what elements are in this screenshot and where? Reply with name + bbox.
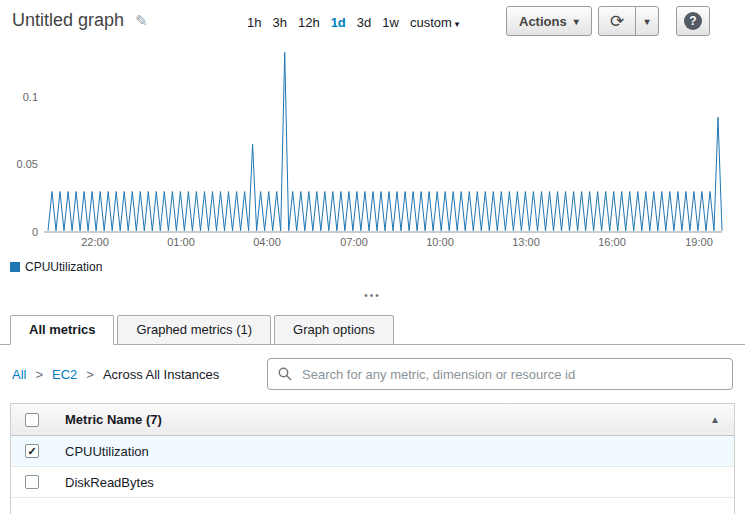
refresh-button[interactable]: ⟳ [598, 6, 636, 36]
breadcrumb-across-all-instances: Across All Instances [103, 367, 219, 382]
help-button[interactable]: ? [676, 6, 710, 36]
select-all-checkbox[interactable] [25, 413, 39, 427]
time-range-custom[interactable]: custom▾ [410, 15, 459, 30]
search-icon [278, 367, 292, 381]
refresh-options-button[interactable]: ▾ [635, 6, 659, 36]
graph-header: Untitled graph ✎ 1h 3h 12h 1d 3d 1w cust… [0, 0, 745, 44]
time-range-1h[interactable]: 1h [247, 15, 261, 30]
drag-grip-icon: ••• [364, 291, 381, 301]
chevron-down-icon: ▾ [574, 16, 579, 27]
check-icon: ✓ [27, 446, 36, 457]
refresh-icon: ⟳ [610, 11, 624, 32]
chevron-down-icon: ▾ [455, 19, 460, 29]
y-axis-tick: 0 [0, 225, 38, 239]
y-axis-tick: 0.05 [0, 157, 38, 171]
actions-label: Actions [519, 14, 567, 29]
table-row-diskreadbytes[interactable]: DiskReadBytes [11, 467, 734, 498]
x-axis-tick: 13:00 [504, 236, 548, 248]
time-range-3h[interactable]: 3h [272, 15, 286, 30]
edit-title-icon[interactable]: ✎ [135, 12, 148, 30]
graph-title: Untitled graph [12, 10, 124, 31]
x-axis-tick: 07:00 [332, 236, 376, 248]
help-icon: ? [684, 12, 702, 30]
tab-all-metrics[interactable]: All metrics [10, 315, 114, 345]
chart-legend-item[interactable]: CPUUtilization [10, 260, 102, 274]
table-header-row: Metric Name (7) ▲ [11, 404, 734, 436]
legend-label: CPUUtilization [25, 260, 102, 274]
x-axis-tick: 19:00 [677, 236, 721, 248]
metric-name-cell: CPUUtilization [65, 444, 149, 459]
tab-graphed-metrics[interactable]: Graphed metrics (1) [117, 315, 271, 345]
row-checkbox-checked[interactable]: ✓ [25, 444, 39, 458]
actions-button[interactable]: Actions ▾ [506, 6, 592, 36]
time-range-12h[interactable]: 12h [298, 15, 320, 30]
tab-bar: All metrics Graphed metrics (1) Graph op… [0, 312, 745, 345]
x-axis-tick: 16:00 [590, 236, 634, 248]
time-range-selector: 1h 3h 12h 1d 3d 1w custom▾ [247, 15, 459, 30]
legend-swatch [10, 262, 20, 272]
panel-splitter[interactable]: ••• [0, 279, 745, 312]
search-input[interactable] [300, 366, 722, 383]
breadcrumb-separator: > [86, 367, 94, 382]
row-checkbox-unchecked[interactable] [25, 475, 39, 489]
chevron-down-icon: ▾ [644, 16, 649, 27]
x-axis-tick: 10:00 [418, 236, 462, 248]
table-row-partial[interactable] [11, 498, 734, 514]
metric-name-header[interactable]: Metric Name (7) [65, 412, 162, 427]
metric-chart: 0.1 0.05 0 22:00 01:00 04:00 07:00 10:00… [0, 44, 745, 279]
x-axis-tick: 04:00 [245, 236, 289, 248]
x-axis-tick: 01:00 [159, 236, 203, 248]
breadcrumb-ec2[interactable]: EC2 [52, 367, 77, 382]
breadcrumb: All > EC2 > Across All Instances [0, 345, 745, 403]
y-axis-tick: 0.1 [0, 90, 38, 104]
time-range-1w[interactable]: 1w [382, 15, 399, 30]
metric-name-cell: DiskReadBytes [65, 475, 154, 490]
breadcrumb-separator: > [35, 367, 43, 382]
sort-asc-icon[interactable]: ▲ [710, 414, 720, 425]
line-chart-canvas[interactable] [0, 44, 745, 244]
time-range-3d[interactable]: 3d [357, 15, 371, 30]
metrics-table: Metric Name (7) ▲ ✓ CPUUtilization DiskR… [10, 403, 735, 514]
x-axis-tick: 22:00 [73, 236, 117, 248]
refresh-split-button: ⟳ ▾ [598, 6, 659, 36]
cloudwatch-metrics-page: Untitled graph ✎ 1h 3h 12h 1d 3d 1w cust… [0, 0, 745, 514]
search-box [267, 358, 733, 390]
table-row-cpuutilization[interactable]: ✓ CPUUtilization [11, 436, 734, 467]
custom-label: custom [410, 15, 452, 30]
time-range-1d[interactable]: 1d [331, 15, 346, 30]
tab-graph-options[interactable]: Graph options [274, 315, 394, 345]
breadcrumb-all[interactable]: All [12, 367, 26, 382]
metrics-panel: All > EC2 > Across All Instances Metric … [0, 345, 745, 514]
